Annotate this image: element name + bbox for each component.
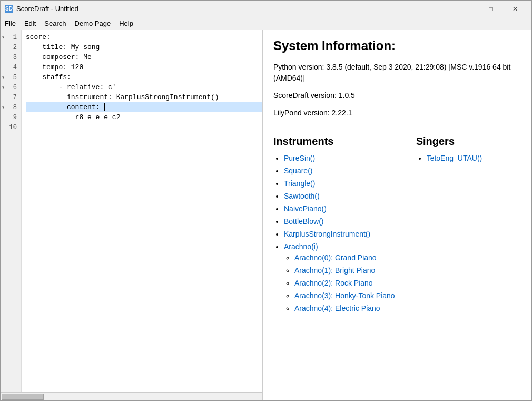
menu-item-search[interactable]: Search [40,17,70,30]
list-item: TetoEng_UTAU() [427,153,482,164]
instruments-heading: Instruments [273,135,395,148]
list-item: Triangle() [284,178,395,189]
editor-horizontal-scrollbar[interactable] [1,392,262,400]
line-number: 7 [1,92,21,102]
line-number: 4 [1,62,21,72]
code-line: instrument: KarplusStrongInstrument() [26,92,262,102]
list-item: Arachno(2): Rock Piano [294,278,395,289]
app-icon: SD [5,5,13,13]
minimize-button[interactable]: — [455,1,479,17]
window-title: ScoreDraft - Untitled [16,5,455,13]
menu-item-edit[interactable]: Edit [20,17,40,30]
list-item: NaivePiano() [284,203,395,214]
singers-heading: Singers [416,135,482,148]
line-number: ▾8 [1,102,21,112]
maximize-button[interactable]: □ [479,1,503,17]
code-line: composer: Me [26,52,262,62]
list-item: Arachno(1): Bright Piano [294,265,395,276]
list-item: PureSin() [284,153,395,164]
instruments-column: Instruments PureSin()Square()Triangle()S… [273,125,395,316]
code-line: r8 e e e c2 [26,112,262,122]
list-item: Sawtooth() [284,191,395,202]
line-number: ▾6 [1,82,21,92]
list-item: Square() [284,165,395,177]
line-number: 9 [1,112,21,122]
menu-item-demo[interactable]: Demo Page [71,17,115,30]
list-item: Arachno(0): Grand Piano [294,252,395,263]
list-item: Arachno(3): Honky-Tonk Piano [294,290,395,301]
line-number: 2 [1,42,21,52]
scrollbar-thumb[interactable] [2,394,44,400]
code-line: content: [26,102,262,112]
list-item: KarplusStrongInstrument() [284,229,395,240]
line-numbers: ▾1234▾5▾67▾8910 [1,30,22,392]
line-number: 3 [1,52,21,62]
menubar: FileEditSearchDemo PageHelp [1,17,531,30]
list-item: Arachno(i)Arachno(0): Grand PianoArachno… [284,241,395,314]
editor-inner[interactable]: ▾1234▾5▾67▾8910 score: title: My song co… [1,30,262,392]
scrollbar-track[interactable] [1,393,262,400]
code-line [26,122,262,132]
instruments-singers-columns: Instruments PureSin()Square()Triangle()S… [273,125,521,316]
scoredraft-version: ScoreDraft version: 1.0.5 [273,90,521,101]
main-window: SD ScoreDraft - Untitled — □ ✕ FileEditS… [0,0,532,401]
code-line: staffs: [26,72,262,82]
line-number: ▾5 [1,72,21,82]
instruments-list: PureSin()Square()Triangle()Sawtooth()Nai… [273,153,395,314]
menu-item-help[interactable]: Help [115,17,137,30]
code-line: title: My song [26,42,262,52]
content-area: ▾1234▾5▾67▾8910 score: title: My song co… [1,30,531,400]
titlebar: SD ScoreDraft - Untitled — □ ✕ [1,1,531,17]
code-content[interactable]: score: title: My song composer: Me tempo… [22,30,262,392]
editor-pane[interactable]: ▾1234▾5▾67▾8910 score: title: My song co… [1,30,263,400]
line-number: 10 [1,122,21,132]
code-line: score: [26,32,262,42]
list-item: BottleBlow() [284,216,395,227]
info-pane[interactable]: System Information: Python version: 3.8.… [263,30,531,400]
menu-item-file[interactable]: File [1,17,20,30]
code-line: - relative: c' [26,82,262,92]
line-number: ▾1 [1,32,21,42]
close-button[interactable]: ✕ [503,1,527,17]
code-line: tempo: 120 [26,62,262,72]
python-version: Python version: 3.8.5 (default, Sep 3 20… [273,62,521,84]
lilypond-version: LilyPond version: 2.22.1 [273,107,521,119]
singers-list: TetoEng_UTAU() [416,153,482,164]
singers-column: Singers TetoEng_UTAU() [416,125,482,316]
info-heading: System Information: [273,38,521,53]
window-controls: — □ ✕ [455,1,527,17]
list-item: Arachno(4): Electric Piano [294,303,395,314]
